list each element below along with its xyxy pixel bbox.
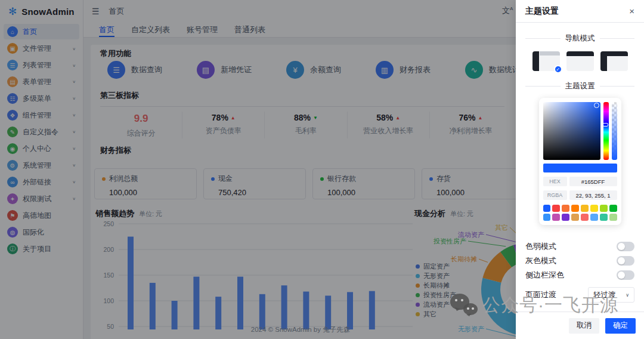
swatch-8[interactable] (543, 214, 551, 221)
hex-field-row: HEX #165DFF (543, 177, 617, 186)
nav-mode-divider: 导航模式 (525, 33, 634, 44)
rgba-value-input[interactable]: 22, 93, 255, 1 (569, 190, 617, 200)
swatch-13[interactable] (590, 214, 598, 221)
nav-mode-side[interactable]: ✓ (532, 51, 560, 71)
rgba-field-row: RGBA 22, 93, 255, 1 (543, 190, 617, 200)
nav-mode-mix[interactable] (600, 51, 628, 71)
wechat-icon (449, 290, 479, 320)
swatch-11[interactable] (571, 214, 579, 221)
saturation-handle[interactable] (594, 103, 599, 108)
saturation-square[interactable] (543, 102, 600, 160)
theme-divider: 主题设置 (525, 81, 634, 91)
swatch-3[interactable] (571, 205, 579, 212)
switch-label: 侧边栏深色 (525, 270, 564, 281)
hue-slider[interactable] (603, 102, 609, 160)
swatch-1[interactable] (552, 205, 560, 212)
hex-value-input[interactable]: #165DFF (569, 177, 617, 186)
switch-row-0: 色弱模式 (525, 239, 634, 254)
swatch-12[interactable] (581, 214, 589, 221)
hex-label: HEX (543, 177, 567, 186)
swatch-2[interactable] (562, 205, 569, 212)
theme-label: 主题设置 (565, 81, 595, 91)
nav-mode-options: ✓ (525, 51, 634, 71)
drawer-header: 主题设置 × (516, 0, 644, 23)
swatch-14[interactable] (600, 214, 608, 221)
toggle-1[interactable] (617, 256, 634, 266)
swatch-10[interactable] (562, 214, 569, 221)
close-icon[interactable]: × (629, 6, 634, 16)
color-picker: HEX #165DFF RGBA 22, 93, 255, 1 (539, 98, 621, 225)
theme-drawer: 主题设置 × 导航模式 ✓ 主题设置 HEX #165DFF (516, 0, 644, 339)
current-color-bar (543, 164, 617, 172)
drawer-body: 导航模式 ✓ 主题设置 HEX #165DFF RGBA (516, 23, 644, 312)
hue-handle[interactable] (603, 123, 608, 127)
switch-row-1: 灰色模式 (525, 254, 634, 268)
swatch-7[interactable] (609, 205, 617, 212)
swatch-0[interactable] (543, 205, 551, 212)
drawer-title: 主题设置 (525, 6, 559, 17)
swatch-5[interactable] (590, 205, 598, 212)
swatch-15[interactable] (609, 214, 617, 221)
switch-label: 色弱模式 (525, 241, 556, 252)
rgba-label: RGBA (543, 190, 567, 200)
swatch-9[interactable] (552, 214, 560, 221)
toggle-0[interactable] (617, 242, 634, 251)
swatch-6[interactable] (600, 205, 608, 212)
switch-label: 灰色模式 (525, 255, 556, 266)
color-swatches (543, 205, 617, 221)
check-icon: ✓ (554, 65, 562, 73)
watermark: 公众号·一飞开源 (449, 290, 618, 320)
nav-mode-label: 导航模式 (565, 33, 595, 44)
alpha-slider[interactable] (612, 102, 617, 160)
switch-row-2: 侧边栏深色 (525, 268, 634, 282)
app-root: ✻ SnowAdmin ⌂首页▣文件管理∨☰列表管理∨▤表单管理∨☷多级菜单∨❖… (0, 0, 644, 339)
swatch-4[interactable] (581, 205, 589, 212)
theme-switches: 色弱模式灰色模式侧边栏深色 (525, 239, 634, 282)
ok-button[interactable]: 确定 (605, 318, 636, 334)
chevron-down-icon: ∨ (626, 292, 629, 298)
cancel-button[interactable]: 取消 (569, 318, 599, 334)
watermark-text: 公众号·一飞开源 (482, 293, 618, 318)
toggle-2[interactable] (617, 270, 634, 280)
nav-mode-top[interactable] (566, 51, 594, 71)
